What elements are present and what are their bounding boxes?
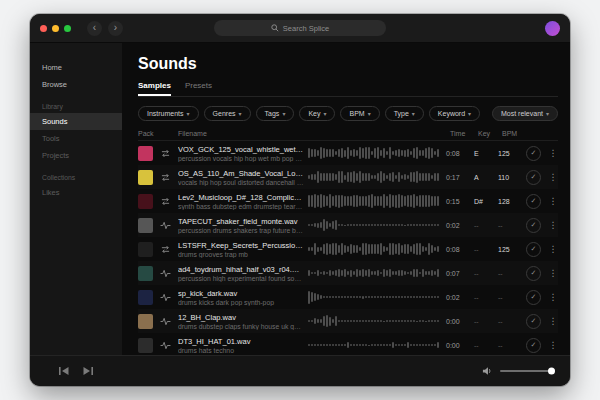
volume-icon[interactable] [482, 366, 493, 376]
one-shot-icon [160, 293, 171, 302]
one-shot-icon [160, 221, 171, 230]
search-placeholder: Search Splice [283, 24, 329, 33]
row-waveform [304, 145, 446, 161]
zoom-button[interactable] [64, 25, 71, 32]
volume-slider[interactable] [500, 370, 554, 372]
download-check-icon[interactable]: ✓ [526, 290, 541, 305]
next-track-button[interactable] [82, 366, 94, 376]
row-menu-button[interactable]: ⋮ [548, 220, 558, 230]
avatar[interactable] [545, 21, 560, 36]
table-row[interactable]: OS_AS_110_Am_Shade_Vocal_Loop_1.wav voca… [138, 165, 558, 189]
download-check-icon[interactable]: ✓ [526, 266, 541, 281]
row-menu-button[interactable]: ⋮ [548, 148, 558, 158]
sidebar-item-tools[interactable]: Tools [30, 130, 122, 147]
row-waveform [304, 313, 446, 329]
download-check-icon[interactable]: ✓ [526, 170, 541, 185]
pack-art[interactable] [138, 266, 153, 281]
download-check-icon[interactable]: ✓ [526, 314, 541, 329]
row-filename: sp_kick_dark.wav [178, 289, 304, 298]
filter-bar: Instruments ▾ Genres ▾ Tags ▾ Key ▾ BPM … [138, 106, 558, 121]
filter-pill[interactable]: Keyword ▾ [429, 106, 480, 121]
row-tags: percussion high experimental found sound… [178, 275, 304, 282]
previous-track-button[interactable] [58, 366, 70, 376]
filter-pill[interactable]: Key ▾ [299, 106, 335, 121]
filter-pill[interactable]: Genres ▾ [204, 106, 251, 121]
filter-label: BPM [349, 110, 364, 117]
pack-art[interactable] [138, 146, 153, 161]
row-menu-button[interactable]: ⋮ [548, 244, 558, 254]
filter-label: Tags [265, 110, 280, 117]
filter-pill[interactable]: BPM ▾ [340, 106, 379, 121]
row-filename: VOX_GCK_125_vocal_whistle_wet_omino… [178, 145, 304, 154]
filter-pill[interactable]: Type ▾ [385, 106, 424, 121]
row-menu-button[interactable]: ⋮ [548, 340, 558, 350]
sort-dropdown[interactable]: Most relevant ▾ [492, 106, 558, 121]
row-menu-button[interactable]: ⋮ [548, 292, 558, 302]
pack-art[interactable] [138, 338, 153, 353]
pack-art[interactable] [138, 218, 153, 233]
sort-label: Most relevant [501, 110, 543, 117]
row-menu-button[interactable]: ⋮ [548, 268, 558, 278]
sidebar-item-sounds[interactable]: Sounds [30, 113, 122, 130]
row-time: 0:15 [446, 198, 474, 205]
minimize-button[interactable] [52, 25, 59, 32]
table-row[interactable]: DT3_HI_HAT_01.wav drums hats techno 0:00… [138, 333, 558, 355]
row-key: A [474, 174, 498, 181]
row-waveform [304, 289, 446, 305]
row-filename: OS_AS_110_Am_Shade_Vocal_Loop_1.wav [178, 169, 304, 178]
download-check-icon[interactable]: ✓ [526, 338, 541, 353]
sidebar-item-browse[interactable]: Browse [30, 76, 122, 93]
search-icon [271, 24, 279, 32]
pack-art[interactable] [138, 242, 153, 257]
table-row[interactable]: sp_kick_dark.wav drums kicks dark pop sy… [138, 285, 558, 309]
filter-pill[interactable]: Tags ▾ [256, 106, 295, 121]
header-filename: Filename [178, 130, 450, 137]
row-menu-button[interactable]: ⋮ [548, 316, 558, 326]
pack-art[interactable] [138, 170, 153, 185]
download-check-icon[interactable]: ✓ [526, 242, 541, 257]
close-button[interactable] [40, 25, 47, 32]
row-bpm: -- [498, 318, 526, 325]
row-menu-button[interactable]: ⋮ [548, 196, 558, 206]
pack-art[interactable] [138, 290, 153, 305]
row-filename: LSTSFR_Keep_Secrets_Percussion_Loop… [178, 241, 304, 250]
sidebar-item-home[interactable]: Home [30, 59, 122, 76]
tab-presets[interactable]: Presets [185, 81, 212, 96]
tab-samples[interactable]: Samples [138, 81, 171, 96]
chevron-down-icon: ▾ [282, 110, 285, 117]
forward-button[interactable]: › [108, 21, 123, 36]
player-bar [30, 355, 570, 386]
row-filename: ad4_toydrum_hihat_half_v03_r04.wav [178, 265, 304, 274]
row-time: 0:07 [446, 270, 474, 277]
download-check-icon[interactable]: ✓ [526, 194, 541, 209]
pack-art[interactable] [138, 314, 153, 329]
back-button[interactable]: ‹ [87, 21, 102, 36]
table-row[interactable]: 12_BH_Clap.wav drums dubstep claps funky… [138, 309, 558, 333]
pack-art[interactable] [138, 194, 153, 209]
row-tags: percussion drums shakers trap future bas… [178, 227, 304, 234]
row-bpm: 125 [498, 150, 526, 157]
download-check-icon[interactable]: ✓ [526, 218, 541, 233]
loop-icon [160, 173, 171, 182]
row-menu-button[interactable]: ⋮ [548, 172, 558, 182]
table-row[interactable]: Lev2_Musicloop_D#_128_Complicated_B… syn… [138, 189, 558, 213]
table-row[interactable]: VOX_GCK_125_vocal_whistle_wet_omino… per… [138, 141, 558, 165]
sidebar-item-likes[interactable]: Likes [30, 184, 122, 201]
header-pack: Pack [138, 130, 178, 137]
volume-knob[interactable] [548, 368, 555, 375]
row-tags: drums hats techno [178, 347, 304, 354]
one-shot-icon [160, 269, 171, 278]
row-tags: drums dubstep claps funky house uk garag… [178, 323, 304, 330]
download-check-icon[interactable]: ✓ [526, 146, 541, 161]
table-header: Pack Filename Time Key BPM [138, 130, 558, 141]
filter-pill[interactable]: Instruments ▾ [138, 106, 199, 121]
row-filename: 12_BH_Clap.wav [178, 313, 304, 322]
table-row[interactable]: ad4_toydrum_hihat_half_v03_r04.wav percu… [138, 261, 558, 285]
sidebar-item-projects[interactable]: Projects [30, 147, 122, 164]
search-input[interactable]: Search Splice [214, 20, 386, 36]
row-waveform [304, 265, 446, 281]
table-row[interactable]: TAPECUT_shaker_field_monte.wav percussio… [138, 213, 558, 237]
header-time: Time [450, 130, 478, 137]
table-row[interactable]: LSTSFR_Keep_Secrets_Percussion_Loop… dru… [138, 237, 558, 261]
row-time: 0:02 [446, 294, 474, 301]
